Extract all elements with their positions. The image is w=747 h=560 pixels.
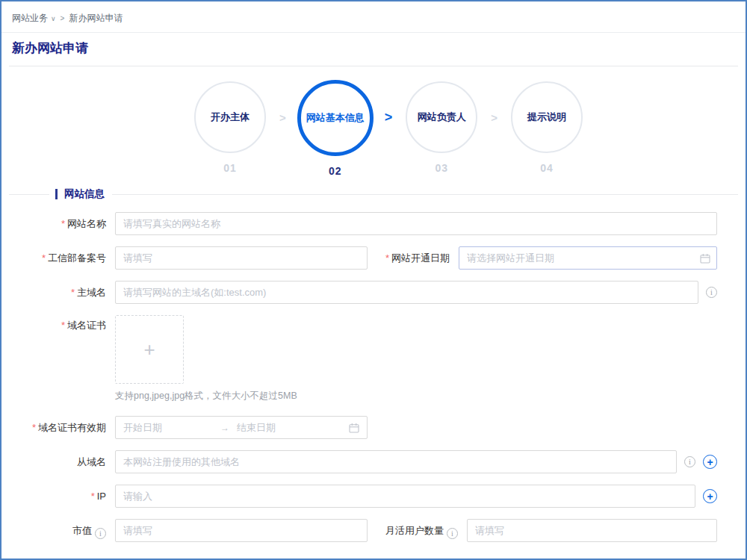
- step-circle[interactable]: 网站负责人: [406, 81, 477, 153]
- ip-label: *IP: [1, 485, 106, 508]
- section-accent-bar: [55, 189, 58, 199]
- form-row-market-value-and-mau: 市值i 月活用户数量i: [1, 519, 717, 542]
- add-ip-button[interactable]: +: [703, 489, 717, 503]
- step-number: 02: [329, 165, 342, 177]
- chevron-right-icon: >: [279, 80, 286, 155]
- icp-number-input[interactable]: [115, 246, 368, 270]
- website-name-input[interactable]: [115, 212, 717, 235]
- add-secondary-domain-button[interactable]: +: [703, 455, 717, 469]
- form-row-icp-and-launch-date: *工信部备案号 *网站开通日期: [1, 246, 717, 270]
- start-date-placeholder: 开始日期: [123, 421, 220, 435]
- breadcrumb-divider: [1, 32, 746, 33]
- market-value-input[interactable]: [115, 519, 368, 542]
- form-row-website-name: *网站名称: [1, 212, 717, 235]
- title-divider: [9, 66, 738, 66]
- required-mark: *: [61, 320, 65, 331]
- form-row-cert-validity: *域名证书有效期 开始日期 → 结束日期: [1, 416, 717, 439]
- secondary-domain-input[interactable]: [115, 450, 677, 473]
- step-number: 04: [540, 162, 554, 174]
- launch-date-label: *网站开通日期: [385, 246, 450, 270]
- page-title: 新办网站申请: [12, 40, 746, 57]
- step-tips[interactable]: 提示说明 04: [508, 80, 586, 174]
- domain-cert-upload-button[interactable]: +: [115, 315, 184, 384]
- calendar-icon[interactable]: [700, 253, 710, 264]
- section-title: 网站信息: [64, 187, 105, 201]
- upload-hint: 支持png,jpeg,jpg格式，文件大小不超过5MB: [115, 390, 297, 402]
- end-date-placeholder: 结束日期: [237, 421, 349, 435]
- cert-validity-range-picker[interactable]: 开始日期 → 结束日期: [115, 416, 368, 439]
- range-arrow-icon: →: [220, 423, 229, 433]
- launch-date-picker[interactable]: [459, 246, 717, 270]
- launch-date-input[interactable]: [459, 246, 717, 270]
- domain-cert-label: *域名证书: [1, 315, 106, 332]
- mau-input[interactable]: [467, 519, 717, 542]
- step-number: 03: [435, 162, 448, 174]
- new-website-application-page: 网站业务 ∨ > 新办网站申请 新办网站申请 开办主体 01 > 网站基本信息 …: [0, 0, 747, 560]
- info-icon[interactable]: i: [706, 287, 717, 298]
- required-mark: *: [32, 422, 36, 433]
- breadcrumb-current: 新办网站申请: [69, 12, 123, 25]
- step-label: 网站基本信息: [306, 111, 365, 125]
- form-row-domain-cert: *域名证书 + 支持png,jpeg,jpg格式，文件大小不超过5MB: [1, 315, 717, 402]
- step-kaiban-zhuti[interactable]: 开办主体 01: [191, 80, 269, 174]
- form-row-main-domain: *主域名 i: [1, 281, 717, 304]
- breadcrumb: 网站业务 ∨ > 新办网站申请: [1, 1, 746, 25]
- main-domain-input[interactable]: [115, 281, 698, 304]
- mau-label: 月活用户数量i: [385, 519, 458, 542]
- market-value-label: 市值i: [1, 519, 106, 542]
- step-circle-active[interactable]: 网站基本信息: [297, 80, 374, 156]
- website-name-label: *网站名称: [1, 212, 106, 235]
- step-label: 提示说明: [527, 111, 566, 124]
- form-row-secondary-domain: 从域名 i +: [1, 450, 717, 473]
- required-mark: *: [385, 252, 389, 264]
- info-icon[interactable]: i: [684, 456, 695, 467]
- required-mark: *: [91, 491, 95, 502]
- step-website-basic-info[interactable]: 网站基本信息 02: [297, 80, 374, 177]
- step-number: 01: [223, 162, 237, 174]
- step-website-contact[interactable]: 网站负责人 03: [403, 80, 480, 174]
- breadcrumb-separator: >: [61, 14, 65, 22]
- calendar-icon[interactable]: [349, 423, 359, 433]
- breadcrumb-parent-link[interactable]: 网站业务: [12, 12, 48, 25]
- chevron-right-icon: >: [491, 80, 498, 155]
- required-mark: *: [71, 287, 75, 298]
- chevron-right-icon-active: >: [385, 80, 393, 155]
- section-line-right: [112, 194, 738, 195]
- info-icon[interactable]: i: [447, 528, 458, 539]
- required-mark: *: [42, 252, 46, 264]
- ip-input[interactable]: [115, 485, 695, 508]
- icp-number-label: *工信部备案号: [1, 246, 106, 270]
- cert-validity-label: *域名证书有效期: [1, 416, 106, 439]
- step-label: 开办主体: [211, 111, 249, 124]
- chevron-down-icon[interactable]: ∨: [51, 15, 56, 22]
- step-circle[interactable]: 开办主体: [194, 81, 266, 153]
- section-header-website-info: 网站信息: [9, 187, 738, 201]
- website-info-form: *网站名称 *工信部备案号 *网站开通日期: [1, 212, 746, 542]
- step-circle[interactable]: 提示说明: [511, 81, 583, 153]
- secondary-domain-label: 从域名: [1, 450, 106, 473]
- plus-icon: +: [143, 338, 155, 361]
- required-mark: *: [61, 218, 65, 229]
- form-row-ip: *IP +: [1, 485, 717, 508]
- step-label: 网站负责人: [418, 111, 466, 124]
- section-line-left: [9, 194, 49, 195]
- stepper: 开办主体 01 > 网站基本信息 02 > 网站负责人 03 > 提示说明 04: [1, 80, 746, 177]
- info-icon[interactable]: i: [95, 528, 106, 539]
- main-domain-label: *主域名: [1, 281, 106, 304]
